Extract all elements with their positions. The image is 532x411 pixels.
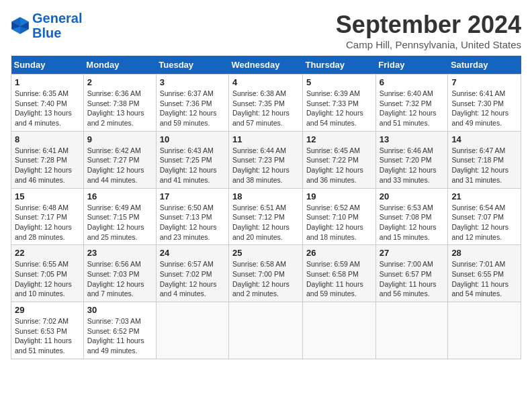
day-number: 4 [232,77,299,87]
day-number: 26 [306,248,372,258]
col-saturday: Saturday [448,56,521,75]
month-title: September 2024 [336,11,521,39]
calendar-cell: 10 Sunrise: 6:43 AMSunset: 7:25 PMDaylig… [156,131,228,188]
day-info: Sunrise: 6:49 AMSunset: 7:15 PMDaylight:… [87,203,144,241]
day-info: Sunrise: 7:01 AMSunset: 6:55 PMDaylight:… [451,260,508,298]
col-monday: Monday [83,56,156,75]
day-info: Sunrise: 6:37 AMSunset: 7:36 PMDaylight:… [160,89,217,127]
calendar-cell: 8 Sunrise: 6:41 AMSunset: 7:28 PMDayligh… [11,131,84,188]
calendar-cell [229,302,303,359]
day-info: Sunrise: 6:48 AMSunset: 7:17 PMDaylight:… [15,203,72,241]
day-info: Sunrise: 6:35 AMSunset: 7:40 PMDaylight:… [15,89,72,127]
day-number: 29 [15,305,80,315]
calendar-cell: 15 Sunrise: 6:48 AMSunset: 7:17 PMDaylig… [11,188,84,245]
day-number: 16 [87,191,152,201]
day-number: 7 [451,77,517,87]
day-number: 8 [15,134,80,144]
day-info: Sunrise: 6:36 AMSunset: 7:38 PMDaylight:… [87,89,144,127]
calendar-week-5: 29 Sunrise: 7:02 AMSunset: 6:53 PMDaylig… [11,302,521,359]
day-number: 12 [306,134,372,144]
day-info: Sunrise: 7:00 AMSunset: 6:57 PMDaylight:… [380,260,437,298]
day-info: Sunrise: 6:52 AMSunset: 7:10 PMDaylight:… [306,203,363,241]
day-number: 1 [15,77,80,87]
day-info: Sunrise: 6:59 AMSunset: 6:58 PMDaylight:… [306,260,363,298]
logo-line1: General [32,11,82,26]
calendar-cell [156,302,228,359]
location: Camp Hill, Pennsylvania, United States [336,39,521,50]
calendar-cell: 9 Sunrise: 6:42 AMSunset: 7:27 PMDayligh… [83,131,156,188]
calendar-cell: 20 Sunrise: 6:53 AMSunset: 7:08 PMDaylig… [375,188,448,245]
calendar-cell: 14 Sunrise: 6:47 AMSunset: 7:18 PMDaylig… [448,131,521,188]
day-number: 28 [451,248,517,258]
day-info: Sunrise: 6:44 AMSunset: 7:23 PMDaylight:… [232,146,290,184]
calendar-cell: 18 Sunrise: 6:51 AMSunset: 7:12 PMDaylig… [229,188,303,245]
calendar-cell: 27 Sunrise: 7:00 AMSunset: 6:57 PMDaylig… [375,245,448,302]
day-info: Sunrise: 6:39 AMSunset: 7:33 PMDaylight:… [306,89,363,127]
calendar-cell: 12 Sunrise: 6:45 AMSunset: 7:22 PMDaylig… [303,131,376,188]
calendar-week-1: 1 Sunrise: 6:35 AMSunset: 7:40 PMDayligh… [11,75,521,132]
calendar-cell: 24 Sunrise: 6:57 AMSunset: 7:02 PMDaylig… [156,245,228,302]
day-info: Sunrise: 6:42 AMSunset: 7:27 PMDaylight:… [87,146,144,184]
logo-text: General Blue [32,11,82,40]
calendar-cell: 21 Sunrise: 6:54 AMSunset: 7:07 PMDaylig… [448,188,521,245]
col-sunday: Sunday [11,56,84,75]
day-number: 20 [380,191,445,201]
day-number: 9 [87,134,152,144]
day-info: Sunrise: 6:51 AMSunset: 7:12 PMDaylight:… [232,203,290,241]
day-info: Sunrise: 6:57 AMSunset: 7:02 PMDaylight:… [160,260,217,298]
calendar-week-3: 15 Sunrise: 6:48 AMSunset: 7:17 PMDaylig… [11,188,521,245]
day-info: Sunrise: 6:45 AMSunset: 7:22 PMDaylight:… [306,146,363,184]
day-number: 3 [160,77,225,87]
calendar-cell [375,302,448,359]
day-info: Sunrise: 6:38 AMSunset: 7:35 PMDaylight:… [232,89,290,127]
calendar-cell: 26 Sunrise: 6:59 AMSunset: 6:58 PMDaylig… [303,245,376,302]
calendar-cell: 17 Sunrise: 6:50 AMSunset: 7:13 PMDaylig… [156,188,228,245]
calendar-week-2: 8 Sunrise: 6:41 AMSunset: 7:28 PMDayligh… [11,131,521,188]
calendar-cell: 13 Sunrise: 6:46 AMSunset: 7:20 PMDaylig… [375,131,448,188]
day-number: 15 [15,191,80,201]
day-info: Sunrise: 6:40 AMSunset: 7:32 PMDaylight:… [380,89,437,127]
col-tuesday: Tuesday [156,56,228,75]
calendar-cell: 3 Sunrise: 6:37 AMSunset: 7:36 PMDayligh… [156,75,228,132]
day-number: 6 [380,77,445,87]
day-info: Sunrise: 7:02 AMSunset: 6:53 PMDaylight:… [15,317,72,355]
day-number: 10 [160,134,225,144]
calendar-cell: 5 Sunrise: 6:39 AMSunset: 7:33 PMDayligh… [303,75,376,132]
calendar-cell: 22 Sunrise: 6:55 AMSunset: 7:05 PMDaylig… [11,245,84,302]
title-block: September 2024 Camp Hill, Pennsylvania, … [336,11,521,50]
calendar-cell: 29 Sunrise: 7:02 AMSunset: 6:53 PMDaylig… [11,302,84,359]
day-number: 25 [232,248,299,258]
logo-line2: Blue [32,26,61,40]
day-number: 27 [380,248,445,258]
calendar-cell: 6 Sunrise: 6:40 AMSunset: 7:32 PMDayligh… [375,75,448,132]
day-info: Sunrise: 6:47 AMSunset: 7:18 PMDaylight:… [451,146,508,184]
calendar-cell: 23 Sunrise: 6:56 AMSunset: 7:03 PMDaylig… [83,245,156,302]
day-info: Sunrise: 6:41 AMSunset: 7:30 PMDaylight:… [451,89,508,127]
day-number: 30 [87,305,152,315]
day-info: Sunrise: 6:55 AMSunset: 7:05 PMDaylight:… [15,260,72,298]
calendar-cell: 25 Sunrise: 6:58 AMSunset: 7:00 PMDaylig… [229,245,303,302]
calendar-cell: 1 Sunrise: 6:35 AMSunset: 7:40 PMDayligh… [11,75,84,132]
day-number: 24 [160,248,225,258]
day-info: Sunrise: 6:41 AMSunset: 7:28 PMDaylight:… [15,146,72,184]
calendar-header: Sunday Monday Tuesday Wednesday Thursday… [11,56,521,75]
day-info: Sunrise: 6:53 AMSunset: 7:08 PMDaylight:… [380,203,437,241]
calendar-cell: 16 Sunrise: 6:49 AMSunset: 7:15 PMDaylig… [83,188,156,245]
logo-icon [11,16,30,35]
logo: General Blue [11,11,82,40]
calendar-cell: 19 Sunrise: 6:52 AMSunset: 7:10 PMDaylig… [303,188,376,245]
day-info: Sunrise: 6:43 AMSunset: 7:25 PMDaylight:… [160,146,217,184]
calendar-week-4: 22 Sunrise: 6:55 AMSunset: 7:05 PMDaylig… [11,245,521,302]
page-header: General Blue September 2024 Camp Hill, P… [11,11,521,50]
calendar-cell: 4 Sunrise: 6:38 AMSunset: 7:35 PMDayligh… [229,75,303,132]
calendar-cell [448,302,521,359]
day-info: Sunrise: 6:46 AMSunset: 7:20 PMDaylight:… [380,146,437,184]
calendar-body: 1 Sunrise: 6:35 AMSunset: 7:40 PMDayligh… [11,75,521,359]
day-number: 5 [306,77,372,87]
day-number: 2 [87,77,152,87]
day-number: 21 [451,191,517,201]
calendar-cell: 11 Sunrise: 6:44 AMSunset: 7:23 PMDaylig… [229,131,303,188]
day-number: 23 [87,248,152,258]
day-info: Sunrise: 6:58 AMSunset: 7:00 PMDaylight:… [232,260,290,298]
calendar-cell: 7 Sunrise: 6:41 AMSunset: 7:30 PMDayligh… [448,75,521,132]
